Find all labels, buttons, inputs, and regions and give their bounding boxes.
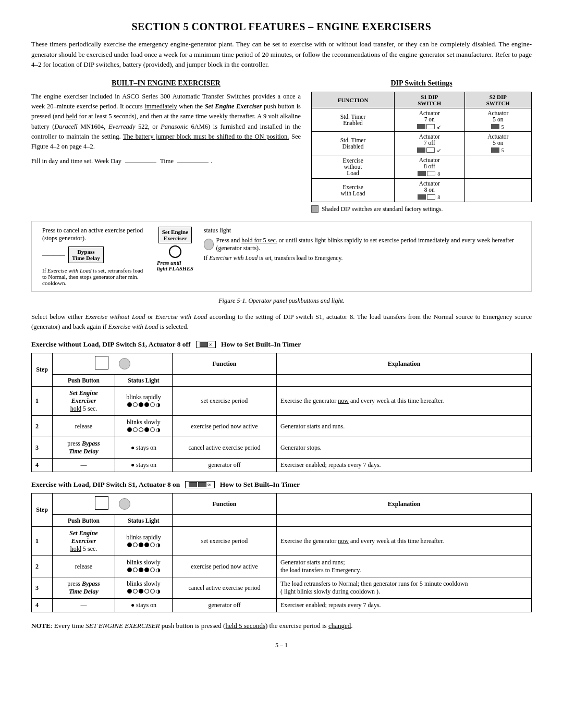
- exercise-with-table: Step Function Explanation Push Button St…: [31, 493, 532, 612]
- dip-row-2: Std. TimerDisabled Actuator7 off ↙ Actua…: [312, 131, 532, 155]
- col-subheader-statuslight: Status Light: [115, 375, 173, 387]
- col-subheader-statuslight-2: Status Light: [115, 515, 173, 527]
- dip-title: DIP Switch Settings: [311, 79, 532, 88]
- set-engine-note: Press and hold for 5 sec. or until statu…: [216, 237, 521, 252]
- col-header-function-2: Function: [173, 493, 277, 515]
- exercise-without-header: Exercise without Load, DIP Switch S1, Ac…: [31, 340, 532, 349]
- exercise-with-header: Exercise with Load, DIP Switch S1, Actua…: [31, 480, 532, 489]
- col-header-function: Function: [173, 353, 277, 375]
- col-header-push-group: [53, 353, 173, 375]
- dip-row-4: Exercisewith Load Actuator8 on 8: [312, 178, 532, 202]
- status-light-icon: [204, 239, 214, 250]
- table-row: 3 press BypassTime Delay blinks slowly ◑…: [32, 577, 532, 599]
- col-subheader-pushbutton: Push Button: [53, 375, 115, 387]
- select-text: Select below either Exercise without Loa…: [31, 312, 532, 332]
- panel-diagram: Press to cancel an active exercise perio…: [31, 221, 532, 292]
- set-engine-button[interactable]: Set EngineExerciser: [158, 227, 192, 243]
- shaded-note: Shaded DIP switches are standard factory…: [311, 205, 532, 213]
- dip-row-1: Std. TimerEnabled Actuator7 on ↙ Actuato…: [312, 108, 532, 131]
- press-until: Press untillight FLASHES: [157, 260, 193, 272]
- figure-caption: Figure 5-1. Operator panel pushbuttons a…: [31, 297, 532, 305]
- table-row: 4 — ● stays on generator off Exerciser e…: [32, 599, 532, 612]
- intro-text: These timers periodically exercise the e…: [31, 39, 532, 70]
- dip-table: FUNCTION S1 DIPSWITCH S2 DIPSWITCH Std. …: [311, 92, 532, 202]
- page-title: SECTION 5 CONTROL FEATURES – ENGINE EXER…: [31, 21, 532, 33]
- col-header-push-group-2: [53, 493, 173, 515]
- exercise-without-table: Step Function Explanation Push Button St…: [31, 353, 532, 472]
- table-row: 4 — ● stays on generator off Exerciser e…: [32, 459, 532, 472]
- col-header-step-2: Step: [32, 493, 53, 527]
- dip-col-s2: S2 DIPSWITCH: [464, 92, 531, 108]
- status-light-label: status light: [204, 227, 521, 235]
- table-row: 1 Set EngineExerciserhold 5 sec. blinks …: [32, 387, 532, 416]
- shaded-box-icon: [311, 205, 319, 213]
- bypass-note: Press to cancel an active exercise perio…: [42, 227, 146, 242]
- dots-3wl: ◑: [127, 588, 161, 594]
- dip-row-3: ExercisewithoutLoad Actuator8 off 8: [312, 155, 532, 178]
- dots-1wl: ◑: [127, 542, 161, 548]
- built-in-body: The engine exerciser included in ASCO Se…: [31, 92, 301, 152]
- col-header-step: Step: [32, 353, 53, 387]
- set-engine-circle: [169, 245, 181, 258]
- dip-col-s1: S1 DIPSWITCH: [394, 92, 464, 108]
- dots-2wl: ◑: [127, 567, 161, 573]
- table-row: 2 release blinks slowly ◑ exercise perio…: [32, 416, 532, 437]
- col-subheader-pushbutton-2: Push Button: [53, 515, 115, 527]
- dip-indicator-off: ∞: [196, 341, 216, 348]
- dots-1w: ◑: [127, 402, 161, 408]
- page-number: 5 – 1: [31, 641, 532, 649]
- dip-indicator-on: ∞: [185, 481, 214, 488]
- push-button-icon: [95, 356, 108, 369]
- push-button-icon-2: [95, 496, 108, 510]
- table-row: 2 release blinks slowly ◑ exercise perio…: [32, 556, 532, 577]
- dots-2w: ◑: [127, 427, 161, 433]
- bypass-button[interactable]: BypassTime Delay: [68, 246, 104, 263]
- built-in-title: BUILT–IN ENGINE EXERCISER: [31, 79, 301, 88]
- table-row: 3 press BypassTime Delay ● stays on canc…: [32, 437, 532, 459]
- col-header-explanation-2: Explanation: [277, 493, 532, 515]
- status-light-col-icon: [119, 358, 130, 369]
- dip-col-function: FUNCTION: [312, 92, 395, 108]
- load-emergency-note: If Exerciser with Load is set, transfers…: [204, 255, 343, 261]
- status-light-col-icon-2: [119, 498, 130, 510]
- note-text: NOTE: Every time SET ENGINE EXERCISER pu…: [31, 621, 532, 631]
- load-retransfer-note: If Exercise with Load is set, retransfer…: [42, 267, 146, 286]
- fill-line: Fill in day and time set. Week Day Time …: [31, 157, 301, 165]
- col-header-explanation: Explanation: [277, 353, 532, 375]
- table-row: 1 Set EngineExerciserhold 5 sec. blinks …: [32, 527, 532, 556]
